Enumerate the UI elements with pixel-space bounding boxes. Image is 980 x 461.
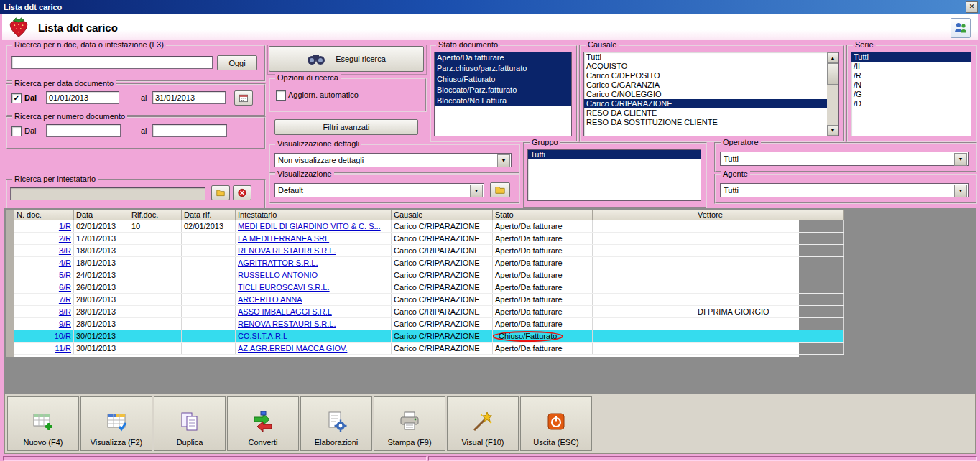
column-header[interactable]: Causale bbox=[392, 210, 493, 220]
cell-ndoc[interactable]: 3/R bbox=[14, 245, 74, 257]
list-option[interactable]: Carico C/DEPOSITO bbox=[584, 71, 827, 80]
oggi-button[interactable]: Oggi bbox=[217, 55, 257, 70]
list-option[interactable]: Bloccato/No Fattura bbox=[435, 96, 571, 106]
cell-ndoc[interactable]: 5/R bbox=[14, 269, 74, 281]
users-button[interactable] bbox=[951, 18, 971, 38]
visual-button[interactable]: Visual (F10) bbox=[447, 396, 519, 451]
table-row[interactable]: 6/R26/01/2013TICLI EUROSCAVI S.R.L.Caric… bbox=[14, 281, 844, 294]
cell-intestatario[interactable]: LA MEDITERRANEA SRL bbox=[236, 233, 392, 245]
visualizza-button[interactable]: Visualizza (F2) bbox=[80, 396, 152, 451]
doc-number-link[interactable]: 2/R bbox=[59, 234, 71, 243]
date-to-input[interactable] bbox=[152, 91, 226, 104]
elaborazioni-button[interactable]: Elaborazioni bbox=[300, 396, 372, 451]
table-row[interactable]: 9/R28/01/2013RENOVA RESTAURI S.R.L.Caric… bbox=[14, 318, 844, 330]
cell-ndoc[interactable]: 6/R bbox=[14, 281, 74, 294]
chevron-down-icon[interactable]: ▼ bbox=[954, 185, 967, 197]
cell-ndoc[interactable]: 11/R bbox=[14, 343, 74, 355]
column-header[interactable]: Data bbox=[74, 210, 129, 220]
scrollbar-thumb[interactable] bbox=[827, 63, 838, 85]
list-option[interactable]: /II bbox=[851, 62, 971, 71]
date-from-input[interactable] bbox=[46, 91, 119, 104]
uscita-button[interactable]: Uscita (ESC) bbox=[520, 396, 592, 451]
cell-intestatario[interactable]: TICLI EUROSCAVI S.R.L. bbox=[236, 281, 392, 294]
intestatario-link[interactable]: CO.SI.T.A.R.L bbox=[238, 332, 287, 340]
column-header[interactable]: Data rif. bbox=[182, 210, 236, 220]
column-header[interactable]: Intestatario bbox=[236, 210, 392, 220]
cell-intestatario[interactable]: RUSSELLO ANTONIO bbox=[236, 269, 392, 281]
number-dal-checkbox[interactable] bbox=[11, 126, 22, 136]
converti-button[interactable]: Converti bbox=[227, 396, 299, 451]
cell-intestatario[interactable]: CO.SI.T.A.R.L bbox=[236, 330, 392, 343]
doc-number-link[interactable]: 7/R bbox=[59, 295, 71, 304]
column-header[interactable]: Rif.doc. bbox=[129, 210, 182, 220]
cell-intestatario[interactable]: ARCERITO ANNA bbox=[236, 294, 392, 306]
list-option[interactable]: RESO DA CLIENTE bbox=[584, 108, 827, 118]
column-header[interactable]: N. doc. bbox=[14, 210, 74, 220]
cell-ndoc[interactable]: 9/R bbox=[14, 318, 74, 330]
table-row[interactable]: 7/R28/01/2013ARCERITO ANNACarico C/RIPAR… bbox=[14, 294, 844, 306]
cell-ndoc[interactable]: 7/R bbox=[14, 294, 74, 306]
cell-intestatario[interactable]: RENOVA RESTAURI S.R.L. bbox=[236, 318, 392, 330]
table-row[interactable]: 4/R18/01/2013AGRITRATTOR S.R.L.Carico C/… bbox=[14, 257, 844, 269]
table-row[interactable]: 8/R28/01/2013ASSO IMBALLAGGI S.R.LCarico… bbox=[14, 306, 844, 318]
list-option[interactable]: /R bbox=[851, 71, 971, 80]
number-to-input[interactable] bbox=[152, 124, 227, 137]
table-row[interactable]: 3/R18/01/2013RENOVA RESTAURI S.R.L.Caric… bbox=[14, 245, 844, 257]
close-button[interactable]: ✕ bbox=[966, 1, 978, 13]
chevron-down-icon[interactable]: ▼ bbox=[497, 154, 510, 167]
visualizzazione-combobox[interactable]: Default ▼ bbox=[274, 183, 484, 197]
cell-ndoc[interactable]: 10/R bbox=[14, 330, 74, 343]
list-option[interactable]: /D bbox=[851, 99, 971, 108]
doc-number-link[interactable]: 4/R bbox=[59, 259, 71, 267]
table-row[interactable]: 1/R02/01/20131002/01/2013MEDI EDIL DI GI… bbox=[14, 220, 844, 233]
doc-number-link[interactable]: 9/R bbox=[59, 320, 71, 328]
doc-number-link[interactable]: 11/R bbox=[55, 344, 71, 353]
causale-list-items[interactable]: TuttiACQUISTOCarico C/DEPOSITOCarico C/G… bbox=[584, 52, 827, 136]
serie-listbox[interactable]: Tutti/II/R/N/G/D bbox=[851, 52, 971, 136]
chevron-down-icon[interactable]: ▼ bbox=[954, 153, 967, 166]
list-option[interactable]: Carico C/RIPARAZIONE bbox=[584, 99, 827, 108]
list-option[interactable]: Tutti bbox=[528, 150, 701, 159]
causale-scrollbar[interactable]: ▲ ▼ bbox=[827, 52, 838, 136]
list-option[interactable]: Carico C/GARANZIA bbox=[584, 80, 827, 90]
intestatario-link[interactable]: ASSO IMBALLAGGI S.R.L bbox=[238, 307, 332, 316]
column-header[interactable]: Vettore bbox=[695, 210, 844, 220]
stato-documento-listbox[interactable]: Aperto/Da fatturareParz.chiuso/parz.fatt… bbox=[434, 52, 572, 136]
doc-number-link[interactable]: 3/R bbox=[59, 246, 71, 255]
list-option[interactable]: Aperto/Da fatturare bbox=[435, 52, 571, 63]
esegui-ricerca-button[interactable]: Esegui ricerca bbox=[269, 46, 424, 72]
nuovo-button[interactable]: Nuovo (F4) bbox=[7, 396, 79, 451]
list-option[interactable]: /N bbox=[851, 80, 971, 90]
cell-ndoc[interactable]: 1/R bbox=[14, 220, 74, 233]
operatore-combobox[interactable]: Tutti ▼ bbox=[720, 152, 969, 166]
intestatario-link[interactable]: LA MEDITERRANEA SRL bbox=[238, 234, 329, 243]
search-ndoc-input[interactable] bbox=[11, 56, 213, 69]
chevron-down-icon[interactable]: ▼ bbox=[470, 185, 483, 197]
list-option[interactable]: /G bbox=[851, 90, 971, 99]
list-option[interactable]: Tutti bbox=[851, 52, 971, 62]
row-selector-column[interactable] bbox=[6, 210, 14, 357]
column-header[interactable]: Stato bbox=[493, 210, 593, 220]
list-option[interactable]: Carico C/NOLEGGIO bbox=[584, 90, 827, 99]
date-dal-checkbox[interactable] bbox=[11, 93, 22, 103]
list-option[interactable]: Chiuso/Fatturato bbox=[435, 74, 571, 85]
intestatario-link[interactable]: RENOVA RESTAURI S.R.L. bbox=[238, 246, 336, 255]
stampa-button[interactable]: Stampa (F9) bbox=[374, 396, 445, 451]
cell-intestatario[interactable]: RENOVA RESTAURI S.R.L. bbox=[236, 245, 392, 257]
intestatario-clear-button[interactable] bbox=[233, 185, 251, 200]
intestatario-link[interactable]: ARCERITO ANNA bbox=[238, 295, 302, 304]
aggiorn-checkbox[interactable] bbox=[276, 90, 286, 101]
causale-listbox[interactable]: TuttiACQUISTOCarico C/DEPOSITOCarico C/G… bbox=[583, 52, 839, 136]
table-row[interactable]: 2/R17/01/2013LA MEDITERRANEA SRLCarico C… bbox=[14, 233, 844, 245]
intestatario-input[interactable] bbox=[10, 187, 205, 200]
cell-intestatario[interactable]: AZ.AGR.EREDI MACCA GIOV. bbox=[236, 343, 392, 355]
intestatario-link[interactable]: RUSSELLO ANTONIO bbox=[238, 271, 318, 279]
cell-ndoc[interactable]: 8/R bbox=[14, 306, 74, 318]
scroll-down-icon[interactable]: ▼ bbox=[827, 125, 838, 136]
intestatario-browse-button[interactable] bbox=[211, 185, 230, 200]
calendar-button[interactable] bbox=[234, 90, 253, 106]
doc-number-link[interactable]: 8/R bbox=[59, 307, 71, 316]
dettagli-combobox[interactable]: Non visualizzare dettagli ▼ bbox=[274, 153, 512, 167]
number-from-input[interactable] bbox=[46, 124, 121, 137]
list-option[interactable]: Bloccato/Parz.fatturato bbox=[435, 85, 571, 96]
